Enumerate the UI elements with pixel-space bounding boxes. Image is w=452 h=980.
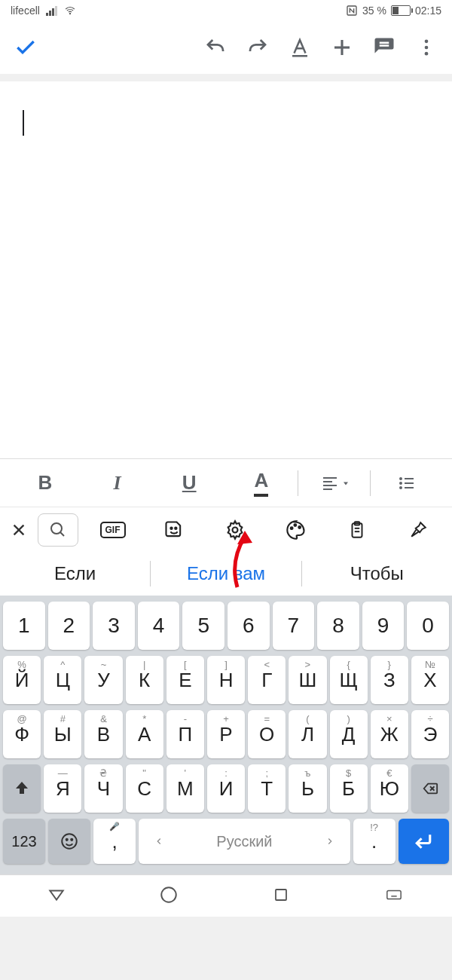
close-toolbar-button[interactable] [8, 513, 30, 547]
period-key[interactable]: !? . [353, 819, 396, 864]
key-1[interactable]: 1 [3, 602, 45, 650]
svg-point-26 [290, 527, 292, 529]
key-Е[interactable]: [Е [166, 656, 204, 704]
key-Й[interactable]: %Й [3, 656, 41, 704]
italic-button[interactable]: I [81, 459, 154, 507]
key-Ч[interactable]: ₴Ч [84, 764, 122, 813]
key-П[interactable]: -П [166, 710, 204, 758]
key-Ц[interactable]: ^Ц [44, 656, 81, 704]
key-А[interactable]: *А [126, 710, 163, 758]
key-В[interactable]: &В [84, 710, 122, 758]
svg-point-21 [51, 523, 62, 534]
key-Т[interactable]: ;Т [248, 764, 286, 813]
key-Ю[interactable]: €Ю [371, 764, 408, 813]
pin-button[interactable] [391, 513, 444, 547]
key-Ш[interactable]: >Ш [289, 656, 326, 704]
bold-button[interactable]: B [9, 459, 81, 507]
settings-button[interactable] [208, 513, 261, 547]
nav-back-button[interactable] [47, 885, 66, 908]
key-Ь[interactable]: ъЬ [289, 764, 326, 813]
suggestion-2[interactable]: Если вам [151, 563, 301, 584]
key-Ы[interactable]: #Ы [44, 710, 81, 758]
emoji-key[interactable] [48, 819, 90, 864]
wifi-icon [63, 5, 77, 16]
key-Х[interactable]: №Х [411, 656, 449, 704]
key-Щ[interactable]: {Щ [330, 656, 368, 704]
key-4[interactable]: 4 [138, 602, 180, 650]
svg-point-28 [298, 526, 301, 528]
clipboard-button[interactable] [330, 513, 383, 547]
gif-button[interactable]: GIF [86, 513, 139, 547]
document-editor[interactable] [0, 81, 452, 458]
key-Б[interactable]: $Б [330, 764, 368, 813]
theme-button[interactable] [269, 513, 322, 547]
key-2[interactable]: 2 [48, 602, 90, 650]
redo-button[interactable] [240, 29, 276, 66]
nav-home-button[interactable] [159, 885, 179, 908]
key-С[interactable]: "С [126, 764, 163, 813]
underline-button[interactable]: U [153, 459, 225, 507]
key-Д[interactable]: )Д [330, 710, 368, 758]
key-Р[interactable]: +Р [207, 710, 245, 758]
backspace-key[interactable] [411, 764, 449, 813]
svg-point-14 [400, 482, 402, 484]
svg-point-6 [425, 46, 429, 50]
svg-point-23 [170, 527, 172, 528]
suggestion-1[interactable]: Если [0, 563, 150, 584]
app-toolbar [0, 21, 452, 74]
key-0[interactable]: 0 [407, 602, 449, 650]
status-bar: lifecell 35 % 02:15 [0, 0, 452, 21]
svg-marker-38 [50, 890, 63, 899]
key-Я[interactable]: —Я [44, 764, 81, 813]
key-Ф[interactable]: @Ф [3, 710, 41, 758]
key-5[interactable]: 5 [182, 602, 224, 650]
insert-button[interactable] [324, 29, 360, 66]
nfc-icon [346, 5, 358, 17]
undo-button[interactable] [197, 29, 234, 66]
num-switch-key[interactable]: 123 [3, 819, 45, 864]
key-У[interactable]: ~У [84, 656, 122, 704]
comma-key[interactable]: 🎤 , [93, 819, 136, 864]
key-Л[interactable]: (Л [289, 710, 326, 758]
more-button[interactable] [408, 29, 444, 66]
key-О[interactable]: =О [248, 710, 286, 758]
key-И[interactable]: :И [207, 764, 245, 813]
svg-point-15 [400, 487, 402, 488]
align-button[interactable] [298, 459, 371, 507]
key-К[interactable]: |К [126, 656, 163, 704]
key-3[interactable]: 3 [93, 602, 135, 650]
key-Э[interactable]: ÷Э [411, 710, 449, 758]
comment-button[interactable] [366, 29, 402, 66]
spacebar-key[interactable]: Русский [139, 819, 350, 864]
key-6[interactable]: 6 [228, 602, 270, 650]
svg-point-36 [66, 839, 68, 841]
keyboard-toolbar: GIF [0, 507, 452, 552]
search-button[interactable] [38, 513, 78, 547]
svg-point-0 [69, 14, 70, 14]
key-Ж[interactable]: ×Ж [371, 710, 408, 758]
suggestion-3[interactable]: Чтобы [302, 563, 452, 584]
shift-key[interactable] [3, 764, 41, 813]
key-Н[interactable]: ]Н [207, 656, 245, 704]
confirm-button[interactable] [8, 29, 44, 66]
key-8[interactable]: 8 [317, 602, 359, 650]
key-М[interactable]: 'М [166, 764, 204, 813]
nav-recent-button[interactable] [272, 886, 290, 907]
suggestions-bar: Если Если вам Чтобы [0, 552, 452, 596]
text-format-button[interactable] [282, 29, 318, 66]
enter-key[interactable] [399, 819, 449, 864]
svg-point-13 [400, 478, 402, 479]
key-7[interactable]: 7 [273, 602, 315, 650]
signal-icon [46, 6, 57, 16]
battery-percent: 35 % [362, 5, 386, 17]
text-color-button[interactable]: A [225, 459, 298, 507]
key-Г[interactable]: <Г [248, 656, 286, 704]
sticker-button[interactable] [147, 513, 200, 547]
list-button[interactable] [371, 459, 443, 507]
nav-keyboard-button[interactable] [383, 887, 405, 906]
clock: 02:15 [415, 5, 441, 17]
format-toolbar: B I U A [0, 458, 452, 507]
key-З[interactable]: }З [371, 656, 408, 704]
key-9[interactable]: 9 [362, 602, 405, 650]
svg-point-39 [162, 887, 177, 902]
